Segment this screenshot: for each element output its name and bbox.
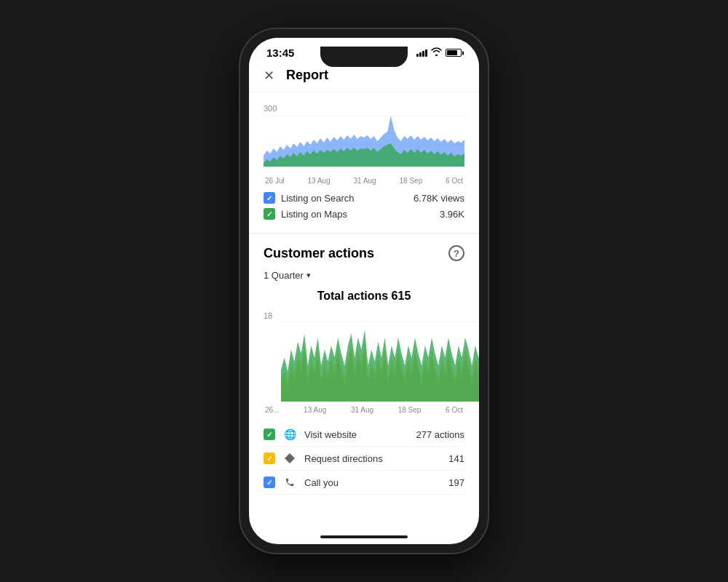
legend-checkbox-maps[interactable] <box>264 208 275 220</box>
section-header: Customer actions ? <box>264 245 464 261</box>
customer-chart <box>281 322 479 402</box>
section-title: Customer actions <box>264 246 374 261</box>
call-icon <box>282 475 297 490</box>
action-checkbox-call[interactable] <box>264 477 275 488</box>
close-button[interactable]: ✕ <box>264 69 274 82</box>
action-checkbox-directions[interactable] <box>264 453 275 464</box>
legend-value-maps: 3.96K <box>440 209 464 220</box>
notch <box>320 47 408 67</box>
chart-legend: Listing on Search 6.78K views Listing on… <box>264 192 464 220</box>
period-selector[interactable]: 1 Quarter ▾ <box>264 270 464 281</box>
action-value-directions: 141 <box>448 453 464 464</box>
help-icon[interactable]: ? <box>448 245 464 261</box>
action-value-website: 277 actions <box>416 429 465 440</box>
phone-screen: 13:45 <box>249 38 479 544</box>
page-title: Report <box>286 68 328 83</box>
legend-maps: Listing on Maps 3.96K <box>264 208 464 220</box>
x-label-3: 31 Aug <box>354 177 376 185</box>
chart-x-labels: 26 Jul 13 Aug 31 Aug 18 Sep 6 Oct <box>264 177 464 185</box>
action-name-call: Call you <box>304 477 339 488</box>
actions-legend: 🌐 Visit website 277 actions <box>264 423 464 495</box>
wifi-icon <box>431 47 442 58</box>
x-label-5: 6 Oct <box>446 177 463 185</box>
cx-label-1: 26... <box>265 406 279 414</box>
x-label-4: 18 Sep <box>400 177 423 185</box>
website-icon: 🌐 <box>282 427 297 442</box>
legend-label-search: Listing on Search <box>281 193 354 204</box>
x-label-1: 26 Jul <box>265 177 285 185</box>
action-website: 🌐 Visit website 277 actions <box>264 423 464 447</box>
total-actions-label: Total actions 615 <box>264 290 464 303</box>
status-time: 13:45 <box>266 47 294 59</box>
directions-icon <box>282 451 297 466</box>
period-dropdown-arrow: ▾ <box>306 271 311 280</box>
status-icons <box>416 47 462 58</box>
views-chart <box>264 116 464 174</box>
phone-frame: 13:45 <box>240 29 488 553</box>
action-name-website: Visit website <box>304 429 357 440</box>
cx-label-2: 13 Aug <box>304 406 326 414</box>
action-name-directions: Request directions <box>304 453 383 464</box>
legend-label-maps: Listing on Maps <box>281 209 347 220</box>
customer-x-labels: 26... 13 Aug 31 Aug 18 Sep 6 Oct <box>264 406 464 414</box>
action-call: Call you 197 <box>264 471 464 495</box>
period-label: 1 Quarter <box>264 270 304 281</box>
cx-label-5: 6 Oct <box>446 406 463 414</box>
cx-label-4: 18 Sep <box>398 406 422 414</box>
action-checkbox-website[interactable] <box>264 428 275 440</box>
legend-search: Listing on Search 6.78K views <box>264 192 464 204</box>
x-label-2: 13 Aug <box>308 177 331 185</box>
signal-bars-icon <box>416 49 427 57</box>
home-indicator <box>320 535 408 538</box>
battery-icon <box>446 49 462 57</box>
legend-checkbox-search[interactable] <box>264 192 275 204</box>
action-value-call: 197 <box>448 477 464 488</box>
action-directions: Request directions 141 <box>264 447 464 471</box>
scroll-content[interactable]: 300 26 Jul 13 Aug 31 Aug <box>249 92 479 544</box>
legend-value-search: 6.78K views <box>414 193 464 204</box>
cx-label-3: 31 Aug <box>351 406 373 414</box>
customer-actions-section: Customer actions ? 1 Quarter ▾ Total act… <box>249 234 479 506</box>
chart-y-max: 300 <box>264 104 464 113</box>
customer-chart-y-max: 18 <box>264 311 272 320</box>
views-chart-section: 300 26 Jul 13 Aug 31 Aug <box>249 92 479 234</box>
